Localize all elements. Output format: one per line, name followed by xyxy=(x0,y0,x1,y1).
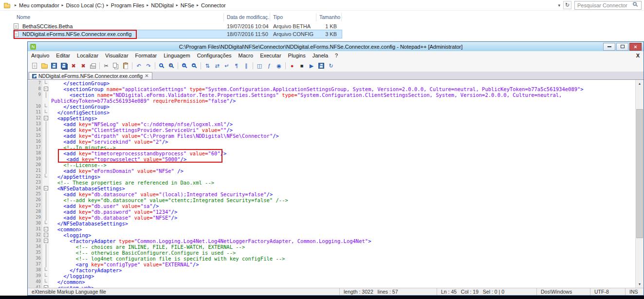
code-line[interactable]: 16 <add key="servicekind" value="2"/> xyxy=(28,139,635,145)
code-line[interactable]: 25 <add key="db.datasource" value="(loca… xyxy=(28,191,635,197)
line-number[interactable]: 26 xyxy=(28,197,42,203)
vertical-scrollbar[interactable]: ▲ ▼ xyxy=(635,80,644,288)
line-number[interactable]: 7 xyxy=(28,80,42,86)
code-text[interactable]: <!-- log4net configuration file is speci… xyxy=(49,256,635,262)
fold-collapse-icon[interactable]: − xyxy=(44,239,48,243)
code-line[interactable]: 10 </sectionGroup> xyxy=(28,104,635,110)
open-file-icon[interactable] xyxy=(40,62,49,70)
close-file-icon[interactable]: ✖ xyxy=(69,62,78,70)
line-number[interactable]: 41 xyxy=(28,285,42,288)
code-line[interactable]: 30 </NFSeDatabaseSettings> xyxy=(28,221,635,226)
redo-icon[interactable]: ↷ xyxy=(144,62,153,70)
maximize-button[interactable] xyxy=(616,43,628,51)
code-line[interactable]: 23 <!-- These properties are referenced … xyxy=(28,180,635,186)
code-line[interactable]: 41− <system.web> xyxy=(28,285,635,288)
code-line[interactable]: 26 <!--add key="db.datasource" value="ct… xyxy=(28,197,635,203)
code-line[interactable]: 11 </configSections> xyxy=(28,110,635,115)
menu-janela[interactable]: Janela xyxy=(309,53,331,58)
breadcrumb-item[interactable]: NFSe xyxy=(181,2,194,8)
line-number[interactable]: 10 xyxy=(28,104,42,110)
breadcrumb-item[interactable]: Meu computador xyxy=(19,2,59,8)
menubar-close-button[interactable]: X xyxy=(636,53,644,58)
refresh-button[interactable]: ↻ xyxy=(563,1,571,9)
breadcrumb-item[interactable]: Connector xyxy=(201,2,226,8)
run-macro-multiple-icon[interactable]: ↻ xyxy=(327,62,335,70)
menu-executar[interactable]: Executar xyxy=(257,53,284,58)
paste-icon[interactable] xyxy=(121,62,130,70)
breadcrumb-item[interactable]: Disco Local (C:) xyxy=(66,2,104,8)
code-text[interactable]: <logging> xyxy=(49,232,635,238)
code-line[interactable]: 39 </logging> xyxy=(28,273,635,279)
line-number[interactable]: 24 xyxy=(28,186,42,191)
menu-plugins[interactable]: Plugins xyxy=(285,53,309,58)
line-number[interactable]: 37 xyxy=(28,262,42,267)
document-map-icon[interactable]: ◫ xyxy=(255,62,264,70)
copy-icon[interactable] xyxy=(111,62,120,70)
line-number[interactable]: 17 xyxy=(28,145,42,150)
save-all-icon[interactable] xyxy=(59,62,68,70)
sync-scroll-horizontal-icon[interactable]: ⇄ xyxy=(213,62,221,70)
line-number[interactable]: 8 xyxy=(28,86,42,92)
sync-scroll-vertical-icon[interactable]: ⇅ xyxy=(203,62,212,70)
code-line[interactable]: 17 <!--In minutes--> xyxy=(28,145,635,150)
code-text[interactable]: </common> xyxy=(49,279,635,285)
line-number[interactable]: 31 xyxy=(28,226,42,232)
save-macro-icon[interactable] xyxy=(317,62,326,70)
line-number[interactable]: 38 xyxy=(28,267,42,273)
code-text[interactable]: <!-- These properties are referenced in … xyxy=(49,180,635,186)
monitoring-icon[interactable]: ◉ xyxy=(275,62,283,70)
scrollbar-thumb[interactable] xyxy=(636,109,643,238)
code-line[interactable]: 32− <logging> xyxy=(28,232,635,238)
record-macro-icon[interactable]: ● xyxy=(288,62,296,70)
zoom-out-icon[interactable] xyxy=(190,62,199,70)
breadcrumb-item[interactable]: NDDigital xyxy=(151,2,173,8)
menu-linguagem[interactable]: Linguagem xyxy=(160,53,193,58)
code-text[interactable]: <!--add key="db.datasource" value="ctent… xyxy=(49,197,635,203)
line-number[interactable]: 39 xyxy=(28,273,42,279)
line-number[interactable]: 23 xyxy=(28,180,42,186)
code-line[interactable]: 34 <!-- choices are INLINE, FILE, FILE-W… xyxy=(28,244,635,250)
line-number[interactable]: 9 xyxy=(28,92,42,104)
code-text[interactable]: <add key="servicekind" value="2"/> xyxy=(49,139,635,145)
code-text[interactable]: <!-- otherwise BasicConfigurer.Configure… xyxy=(49,250,635,256)
line-number[interactable]: 12 xyxy=(28,115,42,121)
fold-collapse-icon[interactable]: − xyxy=(44,285,48,288)
column-header-name[interactable]: Nome xyxy=(14,13,224,21)
line-number[interactable]: 32 xyxy=(28,232,42,238)
line-number[interactable]: 19 xyxy=(28,156,42,162)
code-line[interactable]: 14 <add key="ClientSettingsProvider.Serv… xyxy=(28,127,635,133)
chevron-down-icon[interactable]: ▾ xyxy=(558,3,560,8)
menu-visualizar[interactable]: Visualizar xyxy=(102,53,132,58)
code-text[interactable]: </logging> xyxy=(49,273,635,279)
code-line[interactable]: 19 <add key="toprowsselect" value="5000"… xyxy=(28,156,635,162)
line-number[interactable]: 15 xyxy=(28,133,42,139)
file-row[interactable]: BethaSCCities.Betha19/07/2016 10:04Arqui… xyxy=(14,22,342,30)
tab-active-document[interactable]: NDDigital.eForms.NFSe.Connector.exe.conf… xyxy=(29,72,152,79)
code-line[interactable]: 35 <!-- otherwise BasicConfigurer.Config… xyxy=(28,250,635,256)
tab-close-icon[interactable]: ✕ xyxy=(145,74,148,78)
line-number[interactable]: 34 xyxy=(28,244,42,250)
code-text[interactable]: </configSections> xyxy=(49,110,635,115)
menu-configurações[interactable]: Configurações xyxy=(194,53,235,58)
code-line[interactable]: 9 <section name="NDDigital.eForms.Valida… xyxy=(28,92,635,104)
code-line[interactable]: 37 <arg key="configType" value="EXTERNAL… xyxy=(28,262,635,267)
function-list-icon[interactable]: ƒ xyxy=(265,62,274,70)
code-text[interactable]: <add key="db.password" value="1234"/> xyxy=(49,209,635,215)
line-number[interactable]: 30 xyxy=(28,221,42,226)
line-number[interactable]: 11 xyxy=(28,110,42,115)
line-number[interactable]: 28 xyxy=(28,209,42,215)
code-line[interactable]: 12− <appSettings> xyxy=(28,115,635,121)
line-number[interactable]: 20 xyxy=(28,162,42,168)
code-text[interactable]: <section name="NDDigital.eForms.Validato… xyxy=(49,92,635,104)
indent-guide-icon[interactable]: ∥ xyxy=(242,62,251,70)
code-line[interactable]: 33− <factoryAdapter type="Common.Logging… xyxy=(28,238,635,244)
column-header-date[interactable]: Data de modificaç... xyxy=(224,13,270,21)
minimize-button[interactable] xyxy=(603,43,615,51)
column-header-type[interactable]: Tipo xyxy=(270,13,316,21)
line-number[interactable]: 13 xyxy=(28,121,42,127)
print-icon[interactable] xyxy=(89,62,97,70)
menu-?[interactable]: ? xyxy=(331,53,341,58)
fold-collapse-icon[interactable]: − xyxy=(44,116,48,120)
play-macro-icon[interactable]: ▶ xyxy=(307,62,316,70)
code-text[interactable]: <add key="timetoreprocessstandbyprocess"… xyxy=(49,150,635,156)
